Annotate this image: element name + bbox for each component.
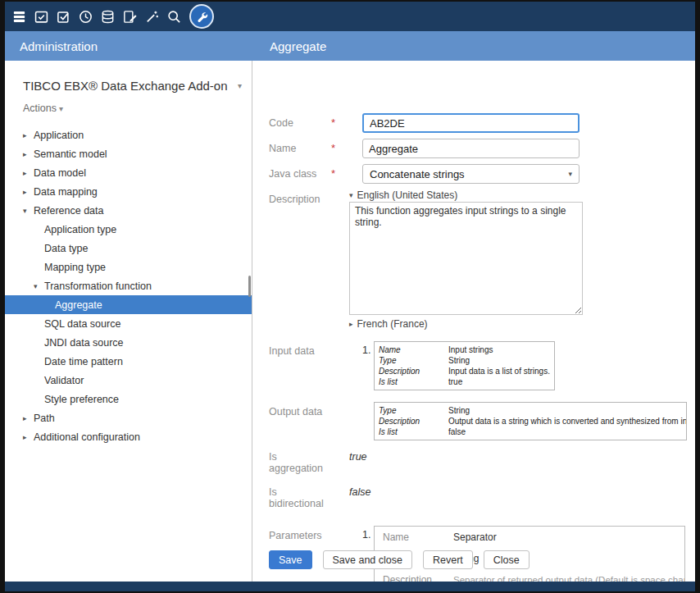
description-english-textarea[interactable]: This function aggregates input strings t… (349, 202, 583, 315)
table-key: Is list (375, 427, 448, 437)
table-value: Input strings (448, 344, 497, 355)
stack-icon[interactable] (9, 6, 30, 27)
sidebar-item-label: Application type (44, 224, 116, 235)
sidebar-item-semantic-model[interactable]: ▸Semantic model (5, 144, 252, 163)
code-label: Code (269, 113, 331, 129)
sidebar-item-additional-configuration[interactable]: ▸Additional configuration (5, 427, 252, 446)
is-aggregation-row: Is aggregation true (269, 447, 695, 474)
java-class-row: Java class * Concatenate strings ▾ (269, 164, 695, 184)
sidebar-item-aggregate[interactable]: Aggregate (5, 295, 252, 314)
sidebar-item-validator[interactable]: Validator (5, 371, 252, 390)
sidebar-item-data-model[interactable]: ▸Data model (5, 163, 252, 182)
actions-menu-button[interactable]: Actions▾ (23, 103, 234, 114)
sidebar-scrollbar-thumb[interactable] (248, 276, 251, 297)
content-area: TIBCO EBX® Data Exchange Add-on ▾ Action… (5, 61, 695, 582)
form-buttons: Save Save and close Revert Close (269, 550, 530, 569)
sidebar-item-label: Style preference (44, 394, 119, 405)
locale-toggle-english[interactable]: ▾ English (United States) (349, 189, 583, 201)
search-icon[interactable] (164, 6, 184, 27)
chevron-right-icon[interactable]: ▸ (23, 131, 34, 139)
sidebar-item-label: SQL data source (44, 318, 120, 330)
wrench-icon[interactable] (189, 4, 214, 29)
description-label: Description (269, 189, 331, 205)
form-panel: Code * Name * Java class * Concatenate s… (252, 61, 695, 582)
is-bidirectional-value: false (349, 482, 370, 498)
clock-icon[interactable] (75, 6, 96, 27)
table-value: String (448, 405, 474, 416)
close-button[interactable]: Close (484, 550, 530, 569)
header-bar: Administration Aggregate (5, 31, 695, 61)
java-class-select[interactable]: Concatenate strings ▾ (362, 164, 580, 184)
save-button[interactable]: Save (269, 550, 312, 569)
locale-french-label: French (France) (357, 318, 428, 330)
table-key: Description (375, 366, 448, 376)
database-icon[interactable] (98, 6, 118, 27)
locale-toggle-french[interactable]: ▸ French (France) (349, 318, 583, 330)
sidebar-item-label: Additional configuration (34, 431, 140, 443)
table-value: Separator of returned output data (Defau… (453, 575, 685, 582)
locale-english-label: English (United States) (357, 189, 458, 201)
sidebar-item-label: Application (34, 130, 84, 141)
java-class-label: Java class (269, 164, 331, 180)
spacer (331, 526, 362, 529)
name-row: Name * (269, 139, 695, 158)
form-edit-icon[interactable] (120, 6, 140, 27)
sidebar-item-label: Path (34, 413, 55, 424)
description-locales: ▾ English (United States) This function … (349, 189, 583, 330)
table-value: Separator (453, 531, 500, 543)
chevron-right-icon[interactable]: ▸ (23, 414, 34, 422)
parameters-index: 1. (362, 526, 374, 541)
chevron-down-icon[interactable]: ▾ (34, 282, 44, 290)
spacer (331, 402, 362, 405)
table-row: Is listfalse (375, 427, 686, 437)
table-value: true (448, 376, 466, 387)
sidebar-item-label: Data model (34, 167, 86, 179)
name-label: Name (269, 139, 331, 154)
name-input[interactable] (362, 139, 580, 158)
sidebar-item-date-time-pattern[interactable]: Date time pattern (5, 352, 252, 371)
table-row: NameSeparator (375, 527, 684, 548)
chevron-right-icon[interactable]: ▸ (23, 150, 34, 158)
app-window: Administration Aggregate TIBCO EBX® Data… (0, 0, 700, 593)
table-key: Type (375, 355, 448, 366)
required-marker: * (331, 164, 362, 180)
table-value: String (448, 355, 474, 366)
chevron-down-icon[interactable]: ▾ (23, 207, 34, 215)
sidebar-item-data-mapping[interactable]: ▸Data mapping (5, 182, 252, 201)
spacer (331, 341, 362, 344)
chevron-right-icon[interactable]: ▸ (23, 433, 34, 441)
sidebar-item-data-type[interactable]: Data type (5, 239, 252, 258)
chevron-right-icon[interactable]: ▸ (23, 188, 34, 196)
sidebar-item-reference-data[interactable]: ▾Reference data (5, 201, 252, 220)
magic-wand-icon[interactable] (142, 6, 162, 27)
sidebar-item-jndi-data-source[interactable]: JNDI data source (5, 333, 252, 352)
code-input[interactable] (362, 113, 580, 133)
calendar-check-icon[interactable] (31, 6, 52, 27)
chevron-right-icon[interactable]: ▸ (23, 169, 34, 177)
table-key: Name (375, 531, 453, 543)
parameters-label: Parameters (269, 526, 331, 541)
checklist-icon[interactable] (53, 6, 74, 27)
sidebar-item-style-preference[interactable]: Style preference (5, 390, 252, 408)
sidebar-item-transformation-function[interactable]: ▾Transformation function (5, 276, 252, 295)
bottom-strip (5, 582, 695, 591)
sidebar-item-application-type[interactable]: Application type (5, 220, 252, 239)
table-row: DescriptionInput data is a list of strin… (375, 366, 554, 376)
sidebar-item-sql-data-source[interactable]: SQL data source (5, 314, 252, 333)
table-key: Name (375, 344, 448, 355)
sidebar-item-mapping-type[interactable]: Mapping type (5, 258, 252, 276)
sidebar-item-application[interactable]: ▸Application (5, 125, 252, 144)
topbar (5, 2, 695, 31)
chevron-down-icon: ▾ (568, 170, 572, 178)
sidebar-item-label: Mapping type (44, 262, 106, 273)
chevron-down-icon[interactable]: ▾ (238, 81, 242, 90)
table-key: Description (375, 416, 448, 427)
revert-button[interactable]: Revert (423, 550, 473, 569)
output-data-table: TypeStringDescriptionOutput data is a st… (374, 402, 687, 440)
chevron-down-icon: ▾ (59, 104, 63, 113)
page-title: Aggregate (253, 39, 326, 53)
table-value: false (448, 427, 470, 437)
save-and-close-button[interactable]: Save and close (323, 550, 412, 569)
sidebar-item-path[interactable]: ▸Path (5, 408, 252, 427)
table-value: Output data is a string which is convert… (448, 416, 687, 427)
